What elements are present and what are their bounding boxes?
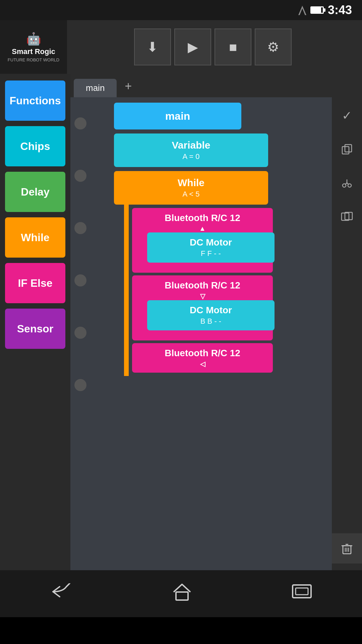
svg-rect-1 xyxy=(345,145,352,152)
svg-rect-0 xyxy=(342,147,349,154)
svg-rect-16 xyxy=(176,592,188,600)
bluetooth2-arrow: ▽ xyxy=(200,292,205,300)
right-sidebar: ✓ xyxy=(332,97,362,570)
bluetooth1-arrow: ▲ xyxy=(199,225,206,232)
canvas-body: main Variable A = 0 While A < 5 xyxy=(70,97,362,570)
back-button[interactable] xyxy=(50,583,73,604)
sidebar-item-while[interactable]: While xyxy=(5,217,65,258)
block-bluetooth-2[interactable]: Bluetooth R/C 12 ▽ DC Motor B B - - xyxy=(132,275,273,340)
dot-2 xyxy=(74,170,86,182)
tab-add[interactable]: + xyxy=(118,75,138,97)
bluetooth2-inner: DC Motor B B - - xyxy=(130,300,275,336)
tab-main[interactable]: main xyxy=(74,79,117,97)
dot-6 xyxy=(74,379,86,391)
dot-1 xyxy=(74,117,86,129)
sidebar-item-sensor[interactable]: Sensor xyxy=(5,309,65,349)
body-area: Functions Chips Delay While IF Else Sens… xyxy=(0,74,362,570)
status-time: 3:43 xyxy=(328,3,352,17)
top-toolbar: 🤖 Smart Rogic FUTURE ROBOT WORLD ⬇ ▶ ■ ⚙ xyxy=(0,20,362,74)
sidebar: Functions Chips Delay While IF Else Sens… xyxy=(0,74,70,570)
download-button[interactable]: ⬇ xyxy=(134,29,171,65)
status-icons: 3:43 xyxy=(298,3,352,17)
sidebar-item-ifelse[interactable]: IF Else xyxy=(5,263,65,303)
blocks-column: main Variable A = 0 While A < 5 xyxy=(90,97,332,570)
duplicate-icon[interactable] xyxy=(335,205,359,228)
logo-title: Smart Rogic xyxy=(12,47,55,56)
dot-3 xyxy=(74,222,86,234)
robot-icon: 🤖 xyxy=(26,32,41,46)
stop-button[interactable]: ■ xyxy=(215,29,251,65)
recent-button[interactable] xyxy=(291,583,313,604)
svg-line-5 xyxy=(347,183,349,184)
play-button[interactable]: ▶ xyxy=(174,29,211,65)
block-while[interactable]: While A < 5 xyxy=(114,171,268,205)
logo-area: 🤖 Smart Rogic FUTURE ROBOT WORLD xyxy=(0,20,67,74)
settings-button[interactable]: ⚙ xyxy=(255,29,292,65)
bottom-nav xyxy=(0,570,362,617)
dot-4 xyxy=(74,274,86,286)
scissors-icon[interactable] xyxy=(335,171,359,195)
while-body: Bluetooth R/C 12 ▲ DC Motor F F - - xyxy=(124,205,328,376)
status-bar: 3:43 xyxy=(0,0,362,20)
trash-icon[interactable] xyxy=(332,533,362,564)
sidebar-item-delay[interactable]: Delay xyxy=(5,172,65,212)
block-dcmotor-2[interactable]: DC Motor B B - - xyxy=(147,300,275,330)
battery-icon xyxy=(310,6,324,14)
svg-rect-18 xyxy=(296,588,308,595)
block-variable[interactable]: Variable A = 0 xyxy=(114,133,268,167)
app-container: 🤖 Smart Rogic FUTURE ROBOT WORLD ⬇ ▶ ■ ⚙… xyxy=(0,20,362,617)
main-canvas: main + xyxy=(70,74,362,570)
check-icon[interactable]: ✓ xyxy=(335,104,359,127)
signal-icon xyxy=(298,5,306,15)
dot-5 xyxy=(74,327,86,339)
copy-icon[interactable] xyxy=(335,138,359,161)
block-bluetooth-1[interactable]: Bluetooth R/C 12 ▲ DC Motor F F - - xyxy=(132,208,273,273)
sidebar-item-functions[interactable]: Functions xyxy=(5,80,65,121)
bluetooth3-arrow: ◁ xyxy=(200,360,205,368)
tabs-bar: main + xyxy=(70,74,362,97)
block-dcmotor-1[interactable]: DC Motor F F - - xyxy=(147,232,275,263)
block-main[interactable]: main xyxy=(114,103,241,129)
logo-subtitle: FUTURE ROBOT WORLD xyxy=(8,57,59,62)
home-button[interactable] xyxy=(172,583,192,605)
bluetooth1-inner: DC Motor F F - - xyxy=(130,232,275,268)
while-container: While A < 5 Bluetooth R/C 12 ▲ xyxy=(114,171,328,376)
dot-indicators xyxy=(70,97,90,570)
sidebar-item-chips[interactable]: Chips xyxy=(5,126,65,166)
toolbar-buttons: ⬇ ▶ ■ ⚙ xyxy=(67,29,292,65)
block-bluetooth-3[interactable]: Bluetooth R/C 12 ◁ xyxy=(132,343,273,373)
